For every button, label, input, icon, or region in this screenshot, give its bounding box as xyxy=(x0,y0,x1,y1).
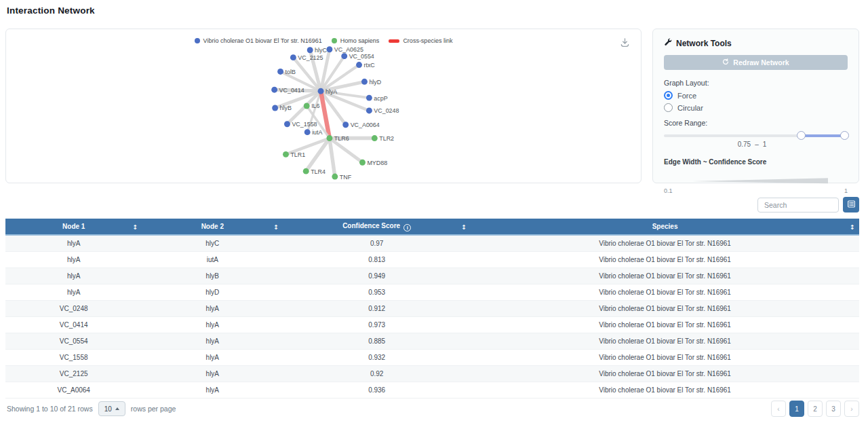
network-node-label: hlyC xyxy=(315,47,327,54)
table-cell: hlyA xyxy=(5,284,142,300)
page-size-value: 10 xyxy=(104,405,112,413)
network-node[interactable] xyxy=(372,135,378,141)
table-cell: Vibrio cholerae O1 biovar El Tor str. N1… xyxy=(471,382,859,398)
page-size-dropdown[interactable]: 10 xyxy=(98,401,125,416)
table-cell: Vibrio cholerae O1 biovar El Tor str. N1… xyxy=(471,300,859,316)
network-node[interactable] xyxy=(359,160,366,166)
network-node[interactable] xyxy=(271,87,277,93)
column-header-node-1[interactable]: Node 1↕ xyxy=(5,219,142,235)
sort-icon[interactable]: ↕ xyxy=(273,223,279,230)
network-tools-panel: Network Tools Redraw Network Graph Layou… xyxy=(652,29,859,183)
sort-icon[interactable]: ↕ xyxy=(132,223,138,230)
network-node-label: MYD88 xyxy=(367,160,387,166)
table-cell: 0.949 xyxy=(283,267,471,284)
network-node[interactable] xyxy=(290,54,296,60)
network-node[interactable] xyxy=(318,88,324,94)
table-cell: hlyA xyxy=(5,267,142,284)
network-node[interactable] xyxy=(304,103,310,109)
network-node[interactable] xyxy=(366,107,372,113)
table-cell: Vibrio cholerae O1 biovar El Tor str. N1… xyxy=(471,267,859,284)
table-cell: hlyA xyxy=(142,349,283,365)
network-node-label: VC_0248 xyxy=(374,107,399,114)
table-cell: Vibrio cholerae O1 biovar El Tor str. N1… xyxy=(471,251,859,267)
table-row: VC_2125hlyA0.92Vibrio cholerae O1 biovar… xyxy=(5,365,859,382)
network-svg: hlyAhlyCVC_A0625VC_0554rtxCVC_2125tolBVC… xyxy=(6,29,641,183)
table-cell: Vibrio cholerae O1 biovar El Tor str. N1… xyxy=(471,235,859,251)
network-node[interactable] xyxy=(342,122,349,128)
network-node[interactable] xyxy=(283,151,289,158)
table-cell: Vibrio cholerae O1 biovar El Tor str. N1… xyxy=(471,333,859,349)
page-button-1[interactable]: 1 xyxy=(789,401,804,417)
radio-unselected-icon[interactable] xyxy=(664,103,673,112)
info-icon[interactable]: i xyxy=(403,224,411,232)
interactions-table: Node 1↕Node 2↕Confidence Scorei↕Species↕… xyxy=(5,219,859,399)
network-node-label: VC_A0625 xyxy=(334,46,363,53)
network-node[interactable] xyxy=(356,62,362,68)
score-range-slider[interactable] xyxy=(664,131,848,141)
network-node-label: VC_A0064 xyxy=(351,122,380,128)
page-title: Interaction Network xyxy=(7,5,95,16)
column-header-node-2[interactable]: Node 2↕ xyxy=(142,219,283,235)
table-cell: VC_0248 xyxy=(5,300,142,316)
table-cell: Vibrio cholerae O1 biovar El Tor str. N1… xyxy=(471,365,859,382)
network-node[interactable] xyxy=(277,69,283,75)
network-node[interactable] xyxy=(304,129,311,135)
table-row: hlyAhlyB0.949Vibrio cholerae O1 biovar E… xyxy=(5,267,859,284)
radio-selected-icon[interactable] xyxy=(665,92,671,98)
network-node[interactable] xyxy=(307,47,313,53)
network-node[interactable] xyxy=(366,95,372,101)
table-footer: Showing 1 to 10 of 21 rows 10 rows per p… xyxy=(7,401,859,417)
table-cell: 0.912 xyxy=(283,300,471,316)
table-row: VC_0554hlyA0.885Vibrio cholerae O1 biova… xyxy=(5,333,859,349)
redraw-network-button[interactable]: Redraw Network xyxy=(664,55,848,70)
wrench-icon xyxy=(664,38,672,48)
download-network-button[interactable] xyxy=(620,37,630,50)
score-range-label: Score Range: xyxy=(664,119,848,127)
pagination: ‹123› xyxy=(771,401,859,417)
network-node[interactable] xyxy=(326,46,332,52)
edge-scale-min: 0.1 xyxy=(664,187,673,194)
table-cell: 0.92 xyxy=(283,365,471,382)
legend-label: Vibrio cholerae O1 biovar El Tor str. N1… xyxy=(203,37,322,44)
score-range-values: 0.75 – 1 xyxy=(698,141,806,148)
network-node[interactable] xyxy=(361,79,368,85)
column-header-label: Species xyxy=(652,223,678,230)
layout-option-force[interactable]: Force xyxy=(664,91,848,100)
table-cell: hlyA xyxy=(142,333,283,349)
network-node[interactable] xyxy=(341,53,347,59)
network-node[interactable] xyxy=(284,121,290,127)
score-range-separator: – xyxy=(755,141,759,148)
slider-handle-min[interactable] xyxy=(797,131,806,140)
table-cell: hlyA xyxy=(5,235,142,251)
network-node-label: TNF xyxy=(340,174,352,181)
table-row: VC_0414hlyA0.973Vibrio cholerae O1 biova… xyxy=(5,316,859,333)
network-node-label: TLR2 xyxy=(379,135,394,142)
prev-page-button[interactable]: ‹ xyxy=(771,401,786,417)
page-button-2[interactable]: 2 xyxy=(808,401,823,417)
slider-handle-max[interactable] xyxy=(840,131,849,140)
page-button-3[interactable]: 3 xyxy=(826,401,841,417)
network-node[interactable] xyxy=(303,168,309,174)
table-cell: 0.932 xyxy=(283,349,471,365)
column-header-species[interactable]: Species↕ xyxy=(471,219,859,235)
column-header-label: Node 1 xyxy=(62,223,85,230)
column-header-label: Confidence Score xyxy=(342,222,400,229)
sort-icon[interactable]: ↕ xyxy=(850,223,855,230)
network-node[interactable] xyxy=(326,135,332,141)
search-input[interactable] xyxy=(757,198,839,212)
next-page-button[interactable]: › xyxy=(844,401,859,417)
score-range-max-value: 1 xyxy=(763,141,767,148)
table-cell: hlyA xyxy=(142,382,283,398)
network-legend: Vibrio cholerae O1 biovar El Tor str. N1… xyxy=(6,37,641,44)
column-header-confidence-score[interactable]: Confidence Scorei↕ xyxy=(283,219,471,235)
legend-item: Homo sapiens xyxy=(332,37,380,44)
layout-option-circular[interactable]: Circular xyxy=(664,103,848,112)
sort-icon[interactable]: ↕ xyxy=(461,223,467,230)
network-node[interactable] xyxy=(272,105,278,111)
network-node[interactable] xyxy=(332,174,338,180)
network-node-label: VC_2125 xyxy=(298,54,323,61)
network-tools-title: Network Tools xyxy=(664,38,848,48)
toggle-columns-button[interactable] xyxy=(843,197,859,212)
edge-width-scale: 0.1 1 xyxy=(664,187,848,194)
table-row: VC_A0064hlyA0.936Vibrio cholerae O1 biov… xyxy=(5,382,859,398)
